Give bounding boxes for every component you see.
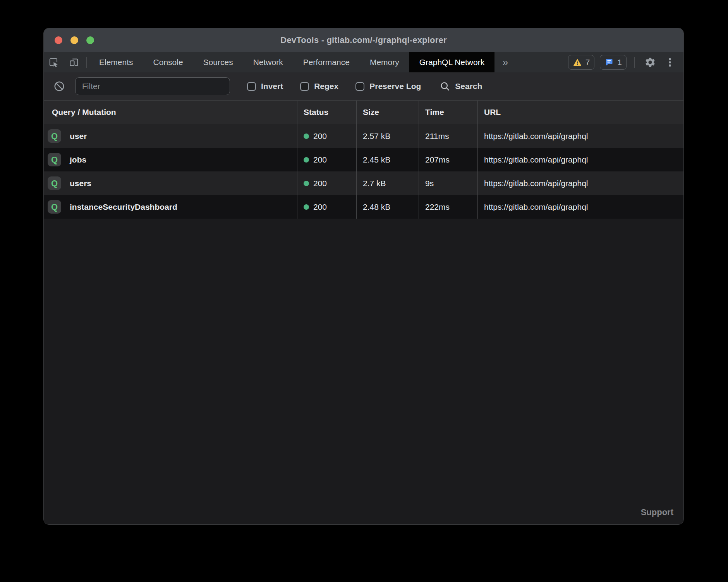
invert-checkbox[interactable] <box>247 82 256 91</box>
kebab-menu-icon <box>664 57 675 68</box>
block-clear-icon[interactable] <box>53 80 65 92</box>
status-ok-dot <box>304 181 309 186</box>
query-type-badge: Q <box>48 176 61 190</box>
status-ok-dot <box>304 204 309 210</box>
devtools-window: DevTools - gitlab.com/-/graphql-explorer… <box>43 28 684 525</box>
request-name: instanceSecurityDashboard <box>70 202 177 212</box>
support-link[interactable]: Support <box>641 507 673 517</box>
request-url: https://gitlab.com/api/graphql <box>477 148 683 171</box>
table-row[interactable]: Q user 200 2.57 kB 211ms https://gitlab.… <box>44 124 683 148</box>
request-size: 2.57 kB <box>356 124 419 148</box>
status-code: 200 <box>313 132 327 141</box>
request-time: 207ms <box>419 148 477 171</box>
invert-checkbox-group[interactable]: Invert <box>247 82 283 91</box>
request-url: https://gitlab.com/api/graphql <box>477 171 683 195</box>
search-button[interactable]: Search <box>440 81 482 92</box>
search-label: Search <box>455 82 482 91</box>
window-title: DevTools - gitlab.com/-/graphql-explorer <box>44 28 683 52</box>
tab-graphql-network[interactable]: GraphQL Network <box>409 52 494 72</box>
request-name: jobs <box>70 155 86 164</box>
request-size: 2.45 kB <box>356 148 419 171</box>
table-row[interactable]: Q jobs 200 2.45 kB 207ms https://gitlab.… <box>44 148 683 171</box>
table-row[interactable]: Q instanceSecurityDashboard 200 2.48 kB … <box>44 195 683 219</box>
console-messages-badge[interactable]: 1 <box>600 55 627 70</box>
request-size: 2.7 kB <box>356 171 419 195</box>
tab-sources[interactable]: Sources <box>193 52 243 72</box>
warning-triangle-icon <box>573 58 582 67</box>
tab-performance[interactable]: Performance <box>293 52 360 72</box>
status-code: 200 <box>313 202 327 212</box>
status-ok-dot <box>304 157 309 163</box>
search-icon <box>440 81 450 92</box>
request-time: 211ms <box>419 124 477 148</box>
regex-checkbox-group[interactable]: Regex <box>300 82 338 91</box>
more-tabs-button[interactable]: » <box>494 52 516 72</box>
preserve-log-label: Preserve Log <box>369 82 421 91</box>
grid-header: Query / Mutation Status Size Time URL <box>44 100 683 124</box>
preserve-log-checkbox[interactable] <box>355 82 364 91</box>
toolbar-divider <box>86 57 87 68</box>
regex-label: Regex <box>314 82 338 91</box>
status-code: 200 <box>313 179 327 188</box>
column-header-time[interactable]: Time <box>419 101 477 124</box>
message-count: 1 <box>617 58 622 67</box>
device-toolbar-icon <box>68 56 80 68</box>
request-url: https://gitlab.com/api/graphql <box>477 195 683 219</box>
preserve-log-checkbox-group[interactable]: Preserve Log <box>355 82 421 91</box>
invert-label: Invert <box>261 82 283 91</box>
request-time: 222ms <box>419 195 477 219</box>
warning-count: 7 <box>585 58 590 67</box>
request-size: 2.48 kB <box>356 195 419 219</box>
tab-memory[interactable]: Memory <box>360 52 409 72</box>
grid-body: Q user 200 2.57 kB 211ms https://gitlab.… <box>44 124 683 219</box>
column-header-size[interactable]: Size <box>356 101 419 124</box>
issues-warning-badge[interactable]: 7 <box>568 55 595 70</box>
tab-console[interactable]: Console <box>143 52 193 72</box>
table-row[interactable]: Q users 200 2.7 kB 9s https://gitlab.com… <box>44 171 683 195</box>
titlebar: DevTools - gitlab.com/-/graphql-explorer <box>44 28 683 52</box>
badge-divider <box>634 57 635 68</box>
inspect-cursor-icon <box>48 56 60 68</box>
devtools-tabbar: Elements Console Sources Network Perform… <box>44 52 683 72</box>
inspect-element-button[interactable] <box>44 52 64 72</box>
grid-empty-area: Support <box>44 219 683 524</box>
filter-toolbar: Invert Regex Preserve Log Search <box>44 72 683 100</box>
column-header-url[interactable]: URL <box>477 101 683 124</box>
query-type-badge: Q <box>48 129 61 143</box>
request-name: users <box>70 179 91 188</box>
more-options-button[interactable] <box>663 57 676 68</box>
status-code: 200 <box>313 155 327 164</box>
chevron-double-right-icon: » <box>502 56 508 68</box>
column-header-query-mutation[interactable]: Query / Mutation <box>44 101 297 124</box>
request-time: 9s <box>419 171 477 195</box>
gear-icon <box>644 56 656 68</box>
query-type-badge: Q <box>48 153 61 166</box>
chat-bubble-icon <box>604 58 614 67</box>
tab-elements[interactable]: Elements <box>89 52 143 72</box>
column-header-status[interactable]: Status <box>297 101 356 124</box>
status-ok-dot <box>304 134 309 139</box>
device-toolbar-button[interactable] <box>64 52 84 72</box>
request-name: user <box>70 132 87 141</box>
tab-network[interactable]: Network <box>243 52 293 72</box>
settings-button[interactable] <box>642 56 658 68</box>
request-url: https://gitlab.com/api/graphql <box>477 124 683 148</box>
query-type-badge: Q <box>48 200 61 214</box>
regex-checkbox[interactable] <box>300 82 309 91</box>
filter-input[interactable] <box>75 77 230 95</box>
